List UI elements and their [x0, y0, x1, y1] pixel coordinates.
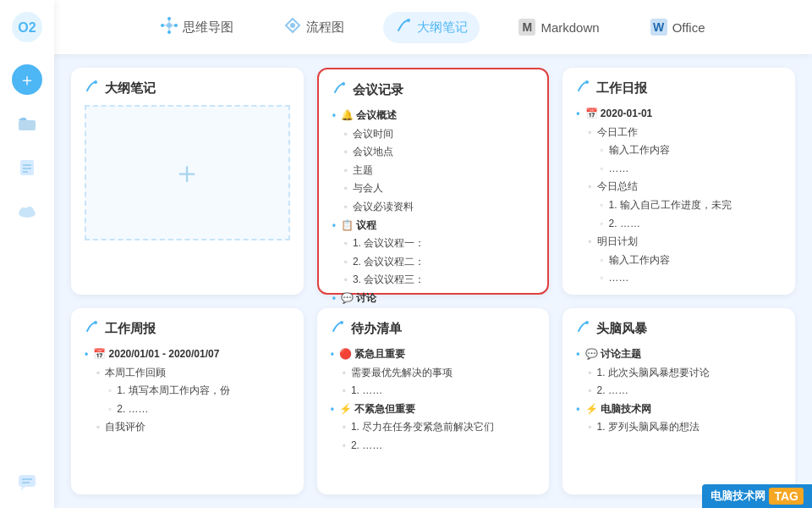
- card-header-meeting: 会议记录: [332, 81, 535, 98]
- card-header-new-note: 大纲笔记: [85, 80, 290, 97]
- card-title-work-diary: 工作日报: [596, 80, 647, 97]
- outline-item: 与会人: [332, 179, 535, 198]
- outline-item: 2. ……: [576, 215, 782, 234]
- nav-outline[interactable]: 大纲笔记: [383, 12, 480, 43]
- outline-item: 1. 填写本周工作内容，份: [85, 382, 290, 400]
- card-todo[interactable]: 待办清单🔴 紧急且重要需要最优先解决的事项1. ……⚡ 不紧急但重要1. 尽力在…: [317, 308, 550, 494]
- card-outline-work-weekly: 📅 2020/01/01 - 2020/01/07本周工作回顾1. 填写本周工作…: [85, 345, 290, 437]
- nav-office-label: Office: [672, 20, 705, 35]
- svg-point-9: [25, 207, 34, 215]
- document-button[interactable]: [12, 152, 42, 183]
- plus-icon: ＋: [172, 152, 202, 194]
- svg-point-26: [342, 82, 345, 86]
- svg-point-27: [585, 80, 589, 84]
- svg-point-21: [174, 24, 178, 27]
- card-outline-brainstorm: 💬 讨论主题1. 此次头脑风暴想要讨论2. ……⚡ 电脑技术网1. 罗列头脑风暴…: [576, 345, 782, 437]
- outline-item: 会议时间: [332, 125, 535, 144]
- outline-item: 明日计划: [576, 233, 782, 251]
- nav-flowchart-label: 流程图: [306, 19, 344, 36]
- card-title-todo: 待办清单: [351, 321, 402, 337]
- outline-item: 主题: [332, 162, 535, 180]
- card-header-todo: 待办清单: [331, 320, 536, 337]
- outline-item: 📋 议程: [332, 217, 535, 235]
- outline-item: 会议必读资料: [332, 198, 535, 217]
- card-new-note[interactable]: 大纲笔记＋: [71, 68, 304, 295]
- svg-text:O2: O2: [18, 20, 36, 35]
- cloud-button[interactable]: [12, 196, 42, 227]
- card-title-brainstorm: 头脑风暴: [596, 321, 647, 337]
- nav-markdown[interactable]: M Markdown: [507, 14, 611, 41]
- card-header-brainstorm: 头脑风暴: [576, 320, 782, 337]
- outline-item: 1. 此次头脑风暴想要讨论: [576, 364, 782, 383]
- svg-point-29: [340, 321, 343, 324]
- card-outline-meeting: 🔔 会议概述会议时间会议地点主题与会人会议必读资料📋 议程1. 会议议程一：2.…: [332, 107, 535, 308]
- cards-grid: 大纲笔记＋ 会议记录🔔 会议概述会议时间会议地点主题与会人会议必读资料📋 议程1…: [54, 54, 812, 508]
- markdown-icon: M: [518, 19, 535, 36]
- nav-markdown-label: Markdown: [540, 20, 599, 35]
- svg-point-24: [407, 19, 410, 22]
- card-outline-work-diary: 📅 2020-01-01今日工作输入工作内容……今日总结1. 输入自己工作进度，…: [576, 105, 782, 288]
- chat-button[interactable]: [12, 467, 42, 498]
- watermark-tag: TAG: [769, 488, 804, 505]
- card-work-diary[interactable]: 工作日报📅 2020-01-01今日工作输入工作内容……今日总结1. 输入自己工…: [562, 68, 795, 295]
- svg-point-30: [585, 321, 589, 324]
- nav-outline-label: 大纲笔记: [417, 19, 468, 36]
- nav-office[interactable]: W Office: [639, 14, 717, 41]
- card-title-new-note: 大纲笔记: [105, 80, 156, 97]
- outline-item: 2. 会议议程二：: [332, 253, 535, 272]
- outline-item: 输入工作内容: [576, 141, 782, 160]
- svg-rect-3: [20, 160, 34, 175]
- svg-point-13: [167, 23, 172, 28]
- svg-rect-2: [19, 120, 36, 130]
- top-navigation: 思维导图 流程图 大纲笔记 M Markdown: [54, 0, 812, 54]
- outline-item: ……: [576, 160, 782, 179]
- outline-item: 🔔 会议概述: [332, 107, 535, 125]
- watermark: 电脑技术网 TAG: [702, 484, 812, 508]
- outline-item: 3. 会议议程三：: [332, 271, 535, 290]
- outline-item: 🔴 紧急且重要: [331, 345, 536, 364]
- card-icon-work-weekly: [85, 320, 98, 337]
- svg-point-20: [161, 24, 164, 27]
- main-area: 思维导图 流程图 大纲笔记 M Markdown: [54, 0, 812, 508]
- outline-item: 📅 2020-01-01: [576, 105, 782, 124]
- outline-item: 2. ……: [576, 382, 782, 400]
- card-icon-new-note: [85, 80, 98, 97]
- card-icon-todo: [331, 320, 344, 337]
- app-logo[interactable]: O2: [10, 10, 44, 44]
- add-button[interactable]: ＋: [12, 64, 42, 95]
- outline-item: 1. ……: [331, 382, 536, 400]
- outline-icon: [395, 17, 412, 38]
- outline-item: 1. 尽力在任务变紧急前解决它们: [331, 418, 536, 437]
- outline-item: 2. ……: [85, 400, 290, 419]
- outline-item: 💬 讨论主题: [576, 345, 782, 364]
- card-header-work-diary: 工作日报: [576, 80, 782, 97]
- svg-point-23: [290, 23, 295, 28]
- watermark-site: 电脑技术网: [710, 489, 765, 504]
- outline-item: ⚡ 不紧急但重要: [331, 400, 536, 419]
- svg-point-25: [94, 80, 97, 84]
- folder-button[interactable]: [12, 108, 42, 139]
- outline-item: 📅 2020/01/01 - 2020/01/07: [85, 345, 290, 364]
- outline-item: 💬 讨论: [332, 290, 535, 308]
- outline-item: ⚡ 电脑技术网: [576, 400, 782, 419]
- nav-mindmap-label: 思维导图: [183, 19, 233, 36]
- nav-flowchart[interactable]: 流程图: [272, 12, 356, 43]
- outline-item: 输入工作内容: [576, 251, 782, 270]
- svg-point-28: [94, 321, 97, 324]
- card-meeting[interactable]: 会议记录🔔 会议概述会议时间会议地点主题与会人会议必读资料📋 议程1. 会议议程…: [317, 68, 550, 295]
- flowchart-icon: [284, 17, 301, 38]
- new-card-body[interactable]: ＋: [85, 105, 290, 240]
- card-header-work-weekly: 工作周报: [85, 320, 290, 337]
- outline-item: 需要最优先解决的事项: [331, 364, 536, 383]
- outline-item: 会议地点: [332, 143, 535, 162]
- outline-item: 1. 会议议程一：: [332, 235, 535, 253]
- card-outline-todo: 🔴 紧急且重要需要最优先解决的事项1. ……⚡ 不紧急但重要1. 尽力在任务变紧…: [331, 345, 536, 456]
- card-work-weekly[interactable]: 工作周报📅 2020/01/01 - 2020/01/07本周工作回顾1. 填写…: [71, 308, 304, 494]
- outline-item: 1. 输入自己工作进度，未完: [576, 196, 782, 215]
- svg-rect-10: [19, 475, 36, 487]
- outline-item: 今日总结: [576, 178, 782, 196]
- sidebar: O2 ＋: [0, 0, 54, 508]
- nav-mindmap[interactable]: 思维导图: [149, 12, 245, 43]
- card-icon-brainstorm: [576, 320, 590, 337]
- card-brainstorm[interactable]: 头脑风暴💬 讨论主题1. 此次头脑风暴想要讨论2. ……⚡ 电脑技术网1. 罗列…: [562, 308, 795, 494]
